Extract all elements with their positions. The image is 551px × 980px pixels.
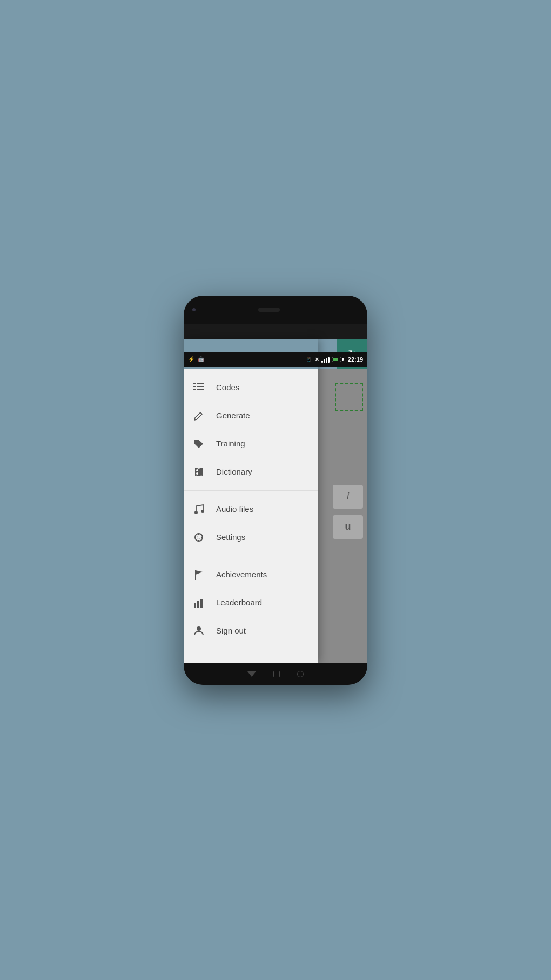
signal-bar-2	[324, 359, 325, 363]
settings-label: Settings	[216, 532, 245, 542]
menu-section-1: Codes Generate	[184, 369, 318, 491]
svg-point-8	[194, 511, 198, 514]
svg-rect-4	[197, 386, 204, 387]
nav-drawer: Codes Generate	[184, 339, 318, 663]
phone-bottom-bar	[184, 663, 367, 685]
svg-rect-0	[193, 383, 196, 384]
signout-label: Sign out	[216, 626, 246, 635]
pencil-icon	[192, 409, 205, 422]
android-icon: 🤖	[198, 356, 204, 362]
training-label: Training	[216, 439, 245, 448]
leaderboard-label: Leaderboard	[216, 598, 262, 607]
grey-box-2: u	[333, 515, 363, 539]
box2-char: u	[345, 521, 351, 532]
status-left-icons: ⚡ 🤖	[188, 356, 204, 362]
time-display: 22:19	[348, 356, 363, 363]
home-button[interactable]	[273, 671, 280, 677]
battery-fill	[333, 358, 338, 361]
menu-item-achievements[interactable]: Achievements	[184, 561, 318, 589]
battery-tip	[342, 358, 344, 361]
list-icon	[192, 381, 205, 394]
person-icon	[192, 624, 205, 637]
svg-point-6	[196, 469, 198, 471]
recents-button[interactable]	[297, 671, 304, 677]
menu-item-settings[interactable]: Settings	[184, 523, 318, 551]
phone: ⚡ 🤖 📱 ✕	[184, 296, 367, 685]
menu-item-generate[interactable]: Generate	[184, 402, 318, 430]
book-icon	[192, 465, 205, 478]
menu-item-dictionary[interactable]: Dictionary	[184, 458, 318, 486]
status-bar: ⚡ 🤖 📱 ✕	[184, 352, 367, 367]
dictionary-label: Dictionary	[216, 467, 252, 476]
flag-icon	[192, 568, 205, 581]
svg-rect-2	[193, 389, 196, 390]
phone-top-hardware	[184, 296, 367, 324]
svg-rect-17	[200, 599, 203, 608]
camera-area	[192, 308, 196, 311]
menu-item-codes[interactable]: Codes	[184, 374, 318, 402]
svg-rect-5	[197, 389, 204, 390]
menu-item-leaderboard[interactable]: Leaderboard	[184, 589, 318, 617]
sim-icon: 📱	[306, 357, 312, 362]
audio-label: Audio files	[216, 504, 253, 514]
generate-label: Generate	[216, 411, 250, 420]
achievements-label: Achievements	[216, 570, 267, 579]
signal-bar-1	[321, 361, 323, 363]
menu-section-2: Audio files Settings	[184, 491, 318, 556]
tag-icon	[192, 437, 205, 450]
box1-char: i	[347, 491, 349, 502]
svg-rect-1	[193, 386, 196, 387]
chart-icon	[192, 596, 205, 609]
svg-rect-16	[197, 601, 199, 608]
svg-point-13	[197, 536, 200, 539]
grey-box-1: i	[333, 485, 363, 509]
svg-point-9	[201, 510, 204, 513]
svg-rect-15	[194, 603, 196, 608]
codes-label: Codes	[216, 383, 239, 392]
back-button[interactable]	[247, 671, 256, 677]
no-signal-icon: ✕	[315, 357, 319, 362]
screen: ⚡ 🤖 📱 ✕	[184, 324, 367, 663]
battery-body	[332, 357, 341, 362]
status-right: 📱 ✕ 22:19	[306, 356, 363, 363]
camera-dot	[192, 308, 196, 311]
menu-section-3: Achievements Leaderboard	[184, 556, 318, 649]
usb-icon: ⚡	[188, 356, 194, 362]
speaker	[258, 308, 280, 312]
svg-point-18	[197, 626, 201, 631]
menu-item-signout[interactable]: Sign out	[184, 617, 318, 645]
signal-bar-3	[326, 358, 327, 363]
signal-bar-4	[328, 357, 330, 363]
music-icon	[192, 503, 205, 516]
dashed-box	[335, 383, 363, 411]
gear-icon	[192, 531, 205, 544]
battery-icon	[332, 357, 344, 362]
menu-item-audio[interactable]: Audio files	[184, 495, 318, 523]
svg-rect-3	[197, 383, 204, 384]
signal-bars	[321, 356, 330, 363]
menu-item-training[interactable]: Training	[184, 430, 318, 458]
svg-point-7	[196, 472, 198, 475]
